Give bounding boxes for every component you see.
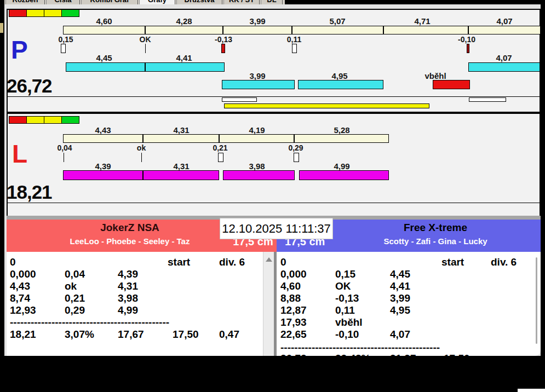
run-time-label: 3,98 xyxy=(249,162,265,171)
table-cell: 4,43 xyxy=(10,280,30,292)
plan-segment-label: 3,99 xyxy=(249,16,265,26)
panel-l xyxy=(7,114,541,216)
run-time-label: 4,07 xyxy=(496,53,512,62)
bottom-right-fragment xyxy=(518,389,545,392)
table-cell: -0,10 xyxy=(335,328,359,341)
table-cell: OK xyxy=(335,280,351,292)
table-cell: 3,99 xyxy=(390,292,410,304)
deviation-marker xyxy=(64,153,64,162)
table-cell: 0,15 xyxy=(335,268,355,280)
tab-kk-st[interactable]: KK / ST xyxy=(223,0,260,4)
run-letter-l: L xyxy=(12,141,27,166)
segment-divider xyxy=(291,26,292,34)
deviation-marker xyxy=(218,153,223,162)
table-cell: 4,95 xyxy=(390,304,410,316)
plan-segment-label: 5,28 xyxy=(334,125,349,135)
tab-label: Družstva xyxy=(185,0,215,4)
table-cell: vběhl xyxy=(335,316,363,328)
table-cell: 0 xyxy=(10,256,16,268)
tab-label: Čísla xyxy=(54,0,71,4)
right-edge xyxy=(541,0,545,392)
deviation-label: 0,11 xyxy=(287,35,301,44)
tab-grafy[interactable]: Grafy xyxy=(139,0,175,4)
segment-divider xyxy=(142,134,144,143)
deviation-label: -0,10 xyxy=(458,35,475,44)
plan-segment-label: 4,71 xyxy=(414,16,430,26)
bottom-edge xyxy=(0,356,545,392)
deviation-marker xyxy=(141,153,142,162)
plan-time-bar xyxy=(63,26,541,34)
segment-divider xyxy=(145,26,146,34)
right-table-scrollbar[interactable] xyxy=(536,257,537,344)
tab-dl[interactable]: DL xyxy=(261,0,283,4)
table-cell: div. 6 xyxy=(219,256,245,268)
plan-segment-label: 5,07 xyxy=(329,16,345,26)
run-total-l: 18,21 xyxy=(7,182,52,201)
marker-bar-white xyxy=(469,97,506,102)
run-time-bar xyxy=(222,80,295,89)
fault-bar xyxy=(433,80,470,89)
table-cell: 4,60 xyxy=(280,280,301,292)
timestamp: 12.10.2025 11:11:37 xyxy=(220,218,333,239)
deviation-label: 0,15 xyxy=(58,35,73,44)
run-time-label: 4,99 xyxy=(334,162,349,171)
table-cell: 0,04 xyxy=(65,268,85,280)
table-cell: 4,99 xyxy=(118,304,138,316)
deviation-label: -0,13 xyxy=(215,35,232,44)
fault-label: vběhl xyxy=(424,71,446,80)
run-time-label: 4,31 xyxy=(173,162,189,171)
table-cell: 0,000 xyxy=(280,268,307,280)
table-cell: -0,13 xyxy=(335,292,359,304)
scroll-up-icon[interactable] xyxy=(266,257,272,262)
run-time-bar xyxy=(468,62,540,72)
plan-segment-label: 4,28 xyxy=(176,16,192,26)
table-total-cell: 17,50 xyxy=(173,328,199,341)
deviation-label: 0,29 xyxy=(288,143,303,152)
deviation-label: OK xyxy=(140,35,151,44)
table-cell: 4,39 xyxy=(118,268,138,280)
left-table-scrollbar[interactable] xyxy=(263,252,274,356)
run-time-bar xyxy=(299,170,389,180)
tab-druzstva[interactable]: Družstva xyxy=(176,0,222,4)
status-square-red xyxy=(9,9,27,17)
table-cell: 0,000 xyxy=(10,268,36,280)
deviation-marker-red xyxy=(221,44,225,53)
status-square-yellow xyxy=(26,9,44,17)
marker-bar-white xyxy=(222,97,257,102)
table-cell: 0 xyxy=(280,256,286,268)
segment-divider xyxy=(468,26,469,34)
deviation-marker xyxy=(145,44,146,53)
tab-kombi-graf[interactable]: Kombi Graf xyxy=(81,0,138,4)
tab-label: Kombi Graf xyxy=(90,0,129,4)
tab-cisla[interactable]: Čísla xyxy=(46,0,80,4)
table-separator: ----------------------------------------… xyxy=(10,316,202,328)
table-cell: 4,45 xyxy=(390,268,410,280)
table-cell: 22,65 xyxy=(280,328,307,341)
plan-time-bar xyxy=(63,134,389,143)
table-total-cell: 0,47 xyxy=(219,328,239,341)
run-time-bar xyxy=(298,80,383,89)
status-square-green xyxy=(61,9,79,17)
top-right-edge xyxy=(285,0,541,4)
table-cell: 8,74 xyxy=(10,292,30,304)
plan-segment-label: 4,43 xyxy=(95,125,111,135)
run-time-label: 4,95 xyxy=(331,71,347,80)
segment-divider xyxy=(142,170,144,180)
status-square-green xyxy=(61,116,79,124)
segment-divider xyxy=(294,134,295,143)
segment-divider xyxy=(219,134,220,143)
table-cell: 0,11 xyxy=(335,304,355,316)
run-time-label: 3,99 xyxy=(249,71,265,80)
tab-rozbeh[interactable]: Rozběh xyxy=(5,0,45,4)
table-cell: 17,93 xyxy=(280,316,307,328)
table-cell: 0,29 xyxy=(65,304,85,316)
panel-baseline xyxy=(7,96,541,97)
run-time-label: 4,39 xyxy=(95,162,111,171)
plan-segment-label: 4,07 xyxy=(496,16,512,26)
progress-bar-yellow xyxy=(224,103,429,108)
table-cell: 0,21 xyxy=(65,292,85,304)
deviation-label: 0,21 xyxy=(213,143,227,152)
table-cell: 4,31 xyxy=(118,280,138,292)
run-letter-p: P xyxy=(11,37,28,62)
status-square-red xyxy=(9,116,27,124)
